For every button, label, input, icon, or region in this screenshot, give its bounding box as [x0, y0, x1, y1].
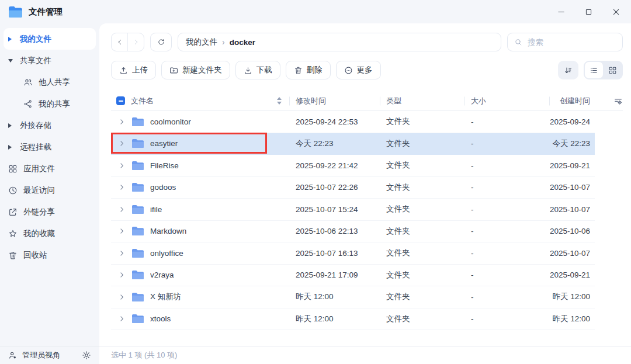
refresh-button[interactable] — [150, 33, 172, 51]
share-nodes-icon — [23, 99, 33, 109]
table-row[interactable]: godoos2025-10-07 22:26文件夹-2025-10-07 — [111, 177, 595, 199]
sidebar: 我的文件 共享文件 他人共享 我的共享 外接存储 远程挂载 应用文件 最近访问 … — [0, 23, 99, 346]
type-cell: 文件夹 — [380, 138, 464, 149]
modified-column-header[interactable]: 修改时间 — [289, 91, 380, 110]
list-view-button[interactable] — [585, 62, 603, 78]
table-row[interactable]: xtools昨天 12:00文件夹-昨天 12:00 — [111, 308, 595, 331]
created-cell: 2025-10-07 — [549, 205, 595, 214]
created-cell: 今天 22:23 — [549, 138, 595, 149]
sidebar-item-recent[interactable]: 最近访问 — [4, 179, 96, 201]
size-cell: - — [464, 205, 549, 214]
created-cell: 2025-09-24 — [549, 117, 595, 126]
type-cell: 文件夹 — [380, 204, 464, 214]
type-cell: 文件夹 — [380, 248, 464, 258]
more-button[interactable]: 更多 — [336, 61, 381, 79]
gear-icon[interactable] — [82, 351, 91, 360]
expander-chevron-icon[interactable] — [118, 293, 126, 301]
new-folder-button[interactable]: 新建文件夹 — [161, 61, 230, 79]
select-all-checkbox[interactable] — [116, 96, 125, 105]
folder-icon — [131, 182, 145, 193]
upload-button[interactable]: 上传 — [111, 61, 156, 79]
table-row[interactable]: onlyoffice2025-10-07 16:13文件夹-2025-10-07 — [111, 242, 595, 265]
sidebar-item-my-shares[interactable]: 我的共享 — [4, 93, 96, 115]
breadcrumb-current: docker — [230, 38, 255, 47]
type-column-header[interactable]: 类型 — [380, 91, 464, 110]
expander-chevron-icon[interactable] — [118, 271, 126, 279]
search-input[interactable] — [526, 37, 616, 47]
table-row[interactable]: Markdown2025-10-06 22:13文件夹-2025-10-06 — [111, 221, 595, 243]
forward-button[interactable] — [127, 33, 144, 51]
search-box[interactable] — [507, 33, 623, 51]
expander-chevron-icon[interactable] — [118, 249, 126, 257]
sidebar-item-favorites[interactable]: 我的收藏 — [4, 223, 96, 244]
sort-carets-icon[interactable] — [277, 97, 282, 105]
file-name-cell: xtools — [111, 313, 289, 324]
sidebar-item-my-files[interactable]: 我的文件 — [4, 28, 96, 50]
table-row[interactable]: easytier今天 22:23文件夹-今天 22:23 — [111, 133, 595, 155]
triangle-down-icon — [8, 59, 14, 63]
sidebar-item-others-shares[interactable]: 他人共享 — [4, 71, 96, 93]
sort-descending-icon — [564, 66, 573, 75]
sidebar-item-remote-mount[interactable]: 远程挂载 — [4, 136, 96, 158]
expander-chevron-icon[interactable] — [118, 140, 126, 147]
breadcrumb-root[interactable]: 我的文件 — [186, 37, 217, 47]
created-cell: 2025-10-07 — [549, 183, 595, 192]
triangle-right-icon — [8, 37, 14, 41]
download-button[interactable]: 下载 — [235, 61, 280, 79]
more-circle-icon — [344, 66, 353, 75]
breadcrumb[interactable]: 我的文件 › docker — [178, 33, 501, 51]
sidebar-item-recycle-bin[interactable]: 回收站 — [4, 244, 96, 266]
table-row[interactable]: ifile2025-10-07 15:24文件夹-2025-10-07 — [111, 199, 595, 221]
size-cell: - — [464, 271, 549, 279]
table-header: 文件名 修改时间 类型 大小 创建时间 — [111, 91, 623, 111]
minimize-button[interactable] — [557, 8, 566, 16]
sort-order-button[interactable] — [558, 61, 578, 79]
main-panel: 我的文件 › docker 上传 新建文件夹 下载 删除 更多 — [99, 23, 631, 346]
table-row[interactable]: FileRise2025-09-22 21:42文件夹-2025-09-21 — [111, 155, 595, 177]
expander-chevron-icon[interactable] — [118, 118, 126, 126]
download-icon — [244, 66, 252, 75]
expander-chevron-icon[interactable] — [118, 227, 126, 235]
name-column-header[interactable]: 文件名 — [111, 96, 289, 106]
created-cell: 2025-10-07 — [549, 249, 595, 258]
folder-icon — [131, 226, 145, 237]
size-column-header[interactable]: 大小 — [464, 91, 549, 110]
table-row[interactable]: v2raya2025-09-21 17:09文件夹-2025-09-21 — [111, 265, 595, 287]
table-row[interactable]: coolmonitor2025-09-24 22:53文件夹-2025-09-2… — [111, 111, 595, 133]
file-name-cell: FileRise — [111, 160, 289, 171]
expander-chevron-icon[interactable] — [118, 206, 126, 213]
created-column-header[interactable]: 创建时间 — [549, 91, 595, 110]
modified-cell: 2025-10-07 22:26 — [289, 183, 380, 192]
delete-button[interactable]: 删除 — [286, 61, 331, 79]
folder-icon — [131, 313, 145, 324]
created-cell: 2025-10-06 — [549, 227, 595, 235]
created-cell: 2025-09-21 — [549, 271, 595, 279]
table-row[interactable]: X 知新坊昨天 12:00文件夹-昨天 12:00 — [111, 286, 595, 308]
sidebar-item-external-storage[interactable]: 外接存储 — [4, 115, 96, 136]
type-cell: 文件夹 — [380, 226, 464, 237]
people-icon — [23, 78, 33, 87]
size-cell: - — [464, 249, 549, 258]
toolbar: 上传 新建文件夹 下载 删除 更多 — [111, 61, 623, 79]
app-title: 文件管理 — [29, 6, 63, 18]
sidebar-item-link-share[interactable]: 外链分享 — [4, 201, 96, 223]
expander-chevron-icon[interactable] — [118, 183, 126, 191]
column-settings-icon — [613, 96, 623, 106]
expander-chevron-icon[interactable] — [118, 315, 126, 323]
file-name-cell: godoos — [111, 182, 289, 193]
admin-view-label[interactable]: 管理员视角 — [22, 350, 60, 360]
sidebar-item-shared-files[interactable]: 共享文件 — [4, 50, 96, 71]
folder-icon — [131, 248, 145, 259]
expander-chevron-icon[interactable] — [118, 162, 126, 169]
maximize-button[interactable] — [584, 8, 593, 16]
file-name-cell: v2raya — [111, 269, 289, 280]
upload-icon — [119, 66, 128, 75]
column-settings-button[interactable] — [595, 96, 623, 106]
grid-view-button[interactable] — [604, 62, 622, 78]
back-button[interactable] — [112, 33, 127, 51]
created-cell: 2025-09-21 — [549, 161, 595, 170]
sidebar-item-app-files[interactable]: 应用文件 — [4, 158, 96, 179]
size-cell: - — [464, 293, 549, 301]
close-button[interactable] — [612, 8, 620, 16]
type-cell: 文件夹 — [380, 182, 464, 193]
